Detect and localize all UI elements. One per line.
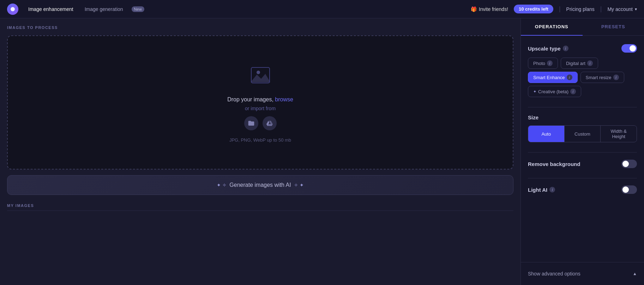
import-text: or import from — [245, 106, 276, 111]
my-images-divider — [7, 210, 513, 211]
upscale-type-buttons: Photo i Digital art i Smart Enhance i Sm… — [528, 58, 637, 97]
file-types-label: JPG, PNG, WebP up to 50 mb — [229, 137, 291, 143]
nav-tab-image-enhancement[interactable]: Image enhancement — [24, 4, 78, 14]
logo-icon — [10, 6, 16, 12]
drop-text: Drop your images, browse — [227, 96, 293, 103]
advanced-options-label: Show advanced options — [528, 271, 580, 277]
size-section: Size Auto Custom Width & Height — [528, 114, 637, 142]
sparkle-right-icon: ✧ ✦ — [294, 182, 304, 188]
upscale-type-info-icon[interactable]: i — [563, 46, 568, 51]
header-right: 🎁 Invite friends! 10 credits left | Pric… — [471, 5, 637, 13]
header-divider-2: | — [600, 5, 602, 13]
photo-info-icon[interactable]: i — [547, 60, 553, 66]
upscale-type-header: Upscale type i — [528, 44, 637, 53]
size-header: Size — [528, 114, 637, 120]
svg-point-0 — [11, 7, 15, 11]
smart-enhance-info-icon[interactable]: i — [567, 75, 572, 80]
logo — [7, 4, 18, 15]
pricing-link[interactable]: Pricing plans — [566, 6, 595, 12]
light-ai-section: Light AI i — [528, 185, 637, 194]
drop-zone[interactable]: Drop your images, browse or import from — [7, 35, 513, 170]
browse-link[interactable]: browse — [275, 96, 293, 102]
smart-enhance-label: Smart Enhance — [533, 75, 565, 80]
chevron-up-icon: ▲ — [633, 271, 637, 276]
main-nav: Image enhancement Image generation New — [24, 4, 144, 14]
type-btn-digital-art[interactable]: Digital art i — [561, 58, 598, 69]
svg-point-1 — [257, 71, 260, 74]
photo-label: Photo — [533, 61, 545, 66]
chevron-down-icon: ▾ — [635, 7, 637, 12]
images-section-title: IMAGES TO PROCESS — [7, 25, 513, 30]
invite-label: Invite friends! — [479, 6, 508, 12]
smart-resize-label: Smart resize — [586, 75, 612, 80]
remove-background-toggle[interactable] — [621, 160, 637, 168]
upscale-type-toggle[interactable] — [621, 44, 637, 53]
remove-background-label: Remove background — [528, 161, 580, 167]
remove-background-section: Remove background — [528, 160, 637, 168]
sparkle-left-icon: ✦ ✧ — [217, 182, 227, 188]
smart-resize-info-icon[interactable]: i — [613, 75, 619, 80]
digital-art-info-icon[interactable]: i — [587, 60, 593, 66]
light-ai-toggle[interactable] — [621, 185, 637, 194]
size-btn-auto[interactable]: Auto — [528, 126, 564, 142]
credits-badge[interactable]: 10 credits left — [514, 5, 553, 13]
size-label: Size — [528, 114, 538, 120]
upscale-type-section: Upscale type i Photo i Digital art i — [528, 44, 637, 97]
my-images-title: MY IMAGES — [7, 203, 513, 208]
size-remove-divider — [528, 152, 637, 153]
left-panel: IMAGES TO PROCESS Drop your images, brow… — [0, 18, 520, 285]
advanced-options-button[interactable]: Show advanced options ▲ — [528, 268, 637, 279]
size-btn-custom[interactable]: Custom — [564, 126, 601, 142]
generate-label: Generate images with AI — [229, 182, 291, 188]
account-label: My account — [607, 6, 633, 12]
remove-background-header: Remove background — [528, 160, 637, 168]
remove-light-divider — [528, 178, 637, 178]
invite-emoji: 🎁 — [471, 6, 477, 12]
digital-art-label: Digital art — [566, 61, 585, 66]
type-btn-creative-beta[interactable]: ✦ Creative (beta) i — [528, 86, 581, 97]
creative-beta-info-icon[interactable]: i — [570, 89, 576, 94]
tab-presets[interactable]: PRESETS — [583, 18, 644, 36]
header-divider: | — [559, 5, 561, 13]
drop-image-icon — [248, 63, 273, 89]
right-panel: OPERATIONS PRESETS Upscale type i Photo … — [520, 18, 644, 285]
creative-beta-label: Creative (beta) — [538, 89, 568, 94]
panel-tabs: OPERATIONS PRESETS — [521, 18, 644, 36]
creative-sparkle-icon: ✦ — [533, 89, 536, 94]
main-layout: IMAGES TO PROCESS Drop your images, brow… — [0, 18, 644, 285]
invite-button[interactable]: 🎁 Invite friends! — [471, 6, 508, 12]
account-button[interactable]: My account ▾ — [607, 6, 637, 12]
generate-button[interactable]: ✦ ✧ Generate images with AI ✧ ✦ — [7, 175, 513, 195]
panel-content: Upscale type i Photo i Digital art i — [521, 36, 644, 262]
import-folder-button[interactable] — [244, 116, 258, 130]
tab-operations[interactable]: OPERATIONS — [521, 18, 583, 36]
panel-footer: Show advanced options ▲ — [521, 262, 644, 285]
light-ai-info-icon[interactable]: i — [549, 187, 555, 192]
type-btn-photo[interactable]: Photo i — [528, 58, 558, 69]
type-btn-smart-resize[interactable]: Smart resize i — [580, 72, 624, 83]
light-ai-label: Light AI i — [528, 187, 555, 193]
header: Image enhancement Image generation New 🎁… — [0, 0, 644, 18]
upscale-size-divider — [528, 107, 637, 107]
new-badge: New — [132, 6, 144, 12]
type-btn-smart-enhance[interactable]: Smart Enhance i — [528, 72, 578, 83]
light-ai-header: Light AI i — [528, 185, 637, 194]
import-icons — [244, 116, 277, 130]
import-drive-button[interactable] — [263, 116, 277, 130]
size-btn-width-height[interactable]: Width & Height — [600, 126, 637, 142]
upscale-type-label: Upscale type i — [528, 46, 568, 52]
size-buttons: Auto Custom Width & Height — [528, 125, 637, 142]
nav-tab-image-generation[interactable]: Image generation — [80, 4, 127, 14]
